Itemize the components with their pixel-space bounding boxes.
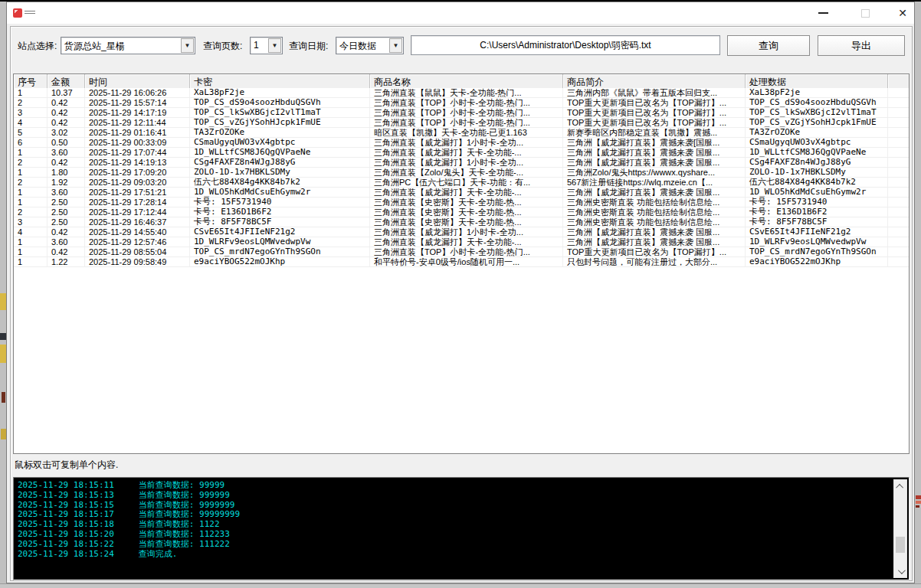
table-cell: 三角洲直装【威龙漏打】1小时卡-全功... [370, 158, 563, 168]
table-cell: 2025-11-29 17:09:20 [85, 168, 190, 178]
table-cell: 10.37 [48, 88, 85, 98]
chevron-down-icon[interactable]: ▼ [268, 38, 281, 53]
table-cell-filler [888, 158, 909, 168]
titlebar[interactable]: ✕ [7, 2, 914, 24]
table-cell: 三角洲直装【威龙漏打】天卡-全功能-... [370, 148, 563, 158]
table-cell: 2.50 [48, 198, 85, 207]
table-cell: 1 [14, 247, 48, 257]
table-cell: 1 [14, 148, 48, 158]
log-timestamp: 2025-11-29 18:15:24 [18, 549, 114, 559]
log-timestamp: 2025-11-29 18:15:17 [18, 509, 114, 519]
table-cell: 三角洲【威龙漏打直装】震撼来袭 国服... [563, 188, 746, 198]
table-row[interactable]: 10.422025-11-29 08:55:04TOP_CS_mrdN7egoG… [14, 247, 909, 257]
table-row[interactable]: 60.502025-11-29 00:33:09CSmaUgyqUWO3vX4g… [14, 138, 909, 148]
table-cell: 2025-11-29 14:55:40 [85, 227, 190, 237]
table-cell: 和平特价号-安卓0级号/ios随机可用一... [370, 257, 563, 267]
scrollbar-thumb[interactable] [896, 537, 905, 554]
table-cell-filler [888, 178, 909, 188]
column-header[interactable]: 时间 [85, 74, 190, 88]
table-cell: TOP_CS_vZGjYSohHJcpk1FmUE [190, 118, 370, 128]
table-cell: XaL38pF2je [746, 88, 888, 98]
table-row[interactable]: 11.222025-11-29 09:58:49e9aciYBOG522mOJK… [14, 257, 909, 267]
log-message: 当前查询数据: 111222 [139, 539, 230, 549]
table-cell: 0.42 [48, 118, 85, 128]
table-cell: 2025-11-29 01:16:41 [85, 128, 190, 138]
table-cell: 2025-11-29 00:33:09 [85, 138, 190, 148]
desktop-icon-fragment [0, 293, 6, 310]
table-row[interactable]: 32.502025-11-29 16:46:37卡号: 8F5F78BC5F三角… [14, 217, 909, 227]
column-header[interactable]: 处理数据 [746, 74, 888, 88]
chevron-down-icon[interactable]: ▼ [389, 38, 402, 53]
table-cell: CSg4FAXFZ8n4WJgJ88yG [746, 158, 888, 168]
table-cell-filler [888, 237, 909, 247]
table-row[interactable]: 13.602025-11-29 17:07:441D_WLLtfCSM8J6Qg… [14, 148, 909, 158]
table-row[interactable]: 110.372025-11-29 16:06:26XaL38pF2je三角洲直装… [14, 88, 909, 98]
results-table[interactable]: 序号金额时间卡密商品名称商品简介处理数据 110.372025-11-29 16… [13, 74, 910, 454]
table-cell: TOP_CS_lkSwXBGjcI2vlT1maT [190, 108, 370, 118]
table-row[interactable]: 40.422025-11-29 14:55:40CSvE65It4JFIIeNF… [14, 227, 909, 237]
column-header[interactable]: 商品名称 [370, 74, 563, 88]
export-button[interactable]: 导出 [818, 35, 905, 56]
desktop-icon-fragment [2, 392, 5, 403]
chevron-down-icon[interactable]: ▼ [181, 38, 194, 53]
chevron-up-icon [896, 483, 903, 491]
query-button[interactable]: 查询 [727, 35, 810, 56]
table-cell: 4 [14, 118, 48, 128]
table-row[interactable]: 20.422025-11-29 15:57:14TOP_CS_dS9o4sooz… [14, 98, 909, 108]
table-row[interactable]: 11.802025-11-29 17:09:20ZOLO-1D-1x7HBKLS… [14, 168, 909, 178]
column-header[interactable]: 卡密 [190, 74, 370, 88]
table-cell: 1D_WLRFv9eosLQMWvedwpVw [746, 237, 888, 247]
minimize-icon [818, 12, 828, 14]
table-row[interactable]: 20.422025-11-29 14:19:13CSg4FAXFZ8n4WJgJ… [14, 158, 909, 168]
table-cell: 2025-11-29 14:19:13 [85, 158, 190, 168]
table-cell: 1 [14, 198, 48, 207]
pages-label: 查询页数: [203, 40, 242, 53]
table-cell: CSvE65It4JFIIeNF21g2 [746, 227, 888, 237]
file-path-field[interactable]: C:\Users\Administrator\Desktop\弱密码.txt [411, 35, 720, 55]
table-cell: 1 [14, 257, 48, 267]
table-cell: 卡号: 15F5731940 [746, 198, 888, 207]
log-message: 当前查询数据: 1122 [139, 519, 220, 529]
table-cell: 3.60 [48, 148, 85, 158]
maximize-icon [861, 9, 870, 18]
table-row[interactable]: 12.502025-11-29 17:28:14卡号: 15F5731940三角… [14, 198, 909, 207]
log-message: 查询完成. [139, 549, 178, 559]
column-header[interactable]: 商品简介 [563, 74, 746, 88]
table-cell: TOP重大更新项目已改名为【TOP漏打】... [563, 118, 746, 128]
table-cell: CSmaUgyqUWO3vX4gbtpc [190, 138, 370, 148]
column-header[interactable]: 金额 [48, 74, 85, 88]
close-button[interactable]: ✕ [883, 2, 921, 24]
table-row[interactable]: 13.602025-11-29 12:57:461D_WLRFv9eosLQMW… [14, 237, 909, 247]
minimize-button[interactable] [804, 2, 842, 24]
table-cell: 3.60 [48, 237, 85, 247]
console-scrollbar[interactable] [893, 479, 907, 578]
log-console[interactable]: 2025-11-29 18:15:11当前查询数据: 999992025-11-… [13, 477, 910, 580]
table-cell: 三角洲直装【TOP】小时卡-全功能-热门... [370, 118, 563, 128]
site-select-dropdown[interactable]: 货源总站_星楊 ▼ [61, 37, 195, 54]
table-cell: 1D_WLLtfCSM8J6QgQVPaeNe [190, 148, 370, 158]
log-timestamp: 2025-11-29 18:15:15 [18, 500, 114, 510]
table-cell: TOP重大更新项目已改名为【TOP漏打】... [563, 108, 746, 118]
log-line: 2025-11-29 18:15:11当前查询数据: 99999 [18, 481, 889, 491]
table-cell: 1 [14, 237, 48, 247]
column-header-filler [888, 74, 909, 88]
table-row[interactable]: 13.602025-11-29 17:51:211D_WLO5hKdMdCsuE… [14, 188, 909, 198]
table-row[interactable]: 40.422025-11-29 12:11:44TOP_CS_vZGjYSohH… [14, 118, 909, 128]
table-cell: 2 [14, 158, 48, 168]
chevron-down-icon [897, 567, 905, 574]
table-cell: 三角洲直装【史密斯】天卡-全功能-热... [370, 207, 563, 217]
date-dropdown[interactable]: 今日数据 ▼ [336, 37, 404, 54]
table-row[interactable]: 53.022025-11-29 01:16:41TA3ZrOZOKe暗区直装【凯… [14, 128, 909, 138]
column-header[interactable]: 序号 [14, 74, 48, 88]
table-cell: 1D_WLLtfCSM8J6QgQVPaeNe [746, 148, 888, 158]
maximize-button[interactable] [847, 2, 883, 24]
table-row[interactable]: 22.502025-11-29 17:12:44卡号: E136D1B6F2三角… [14, 207, 909, 217]
scroll-up-button[interactable] [894, 480, 906, 492]
table-cell-filler [888, 138, 909, 148]
table-cell: 三角洲直装【威龙漏打】天卡-全功能-... [370, 237, 563, 247]
pages-dropdown[interactable]: 1 ▼ [250, 37, 283, 54]
table-row[interactable]: 30.422025-11-29 14:17:19TOP_CS_lkSwXBGjc… [14, 108, 909, 118]
table-row[interactable]: 21.922025-11-29 09:03:20伍六七884X84g4KK84b… [14, 178, 909, 188]
table-cell-filler [888, 207, 909, 217]
scroll-down-button[interactable] [894, 565, 906, 577]
